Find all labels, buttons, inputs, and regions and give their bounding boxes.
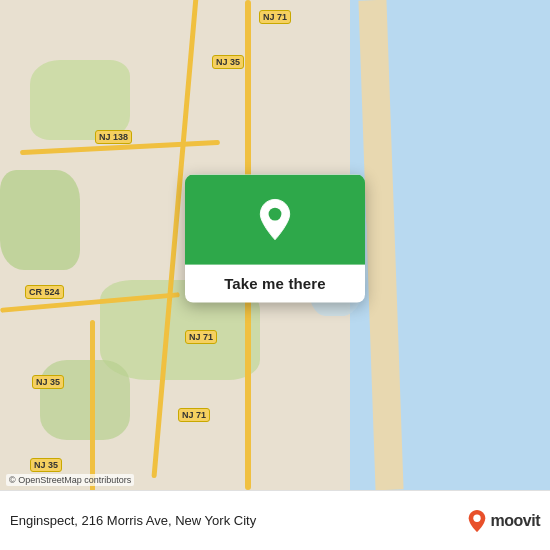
bottom-bar: Enginspect, 216 Morris Ave, New York Cit…	[0, 490, 550, 550]
road-label-nj35-bottom: NJ 35	[32, 375, 64, 389]
road-label-nj71-bottom: NJ 71	[178, 408, 210, 422]
navigation-card: Take me there	[185, 175, 365, 303]
card-button-area[interactable]: Take me there	[185, 265, 365, 303]
park-area-4	[40, 360, 130, 440]
location-text: Enginspect, 216 Morris Ave, New York Cit…	[10, 513, 467, 528]
svg-point-1	[473, 514, 480, 521]
road-nj35-bottom	[90, 320, 95, 490]
road-label-nj71-top: NJ 71	[259, 10, 291, 24]
map-container: © OpenStreetMap contributors Take me the…	[0, 0, 550, 490]
road-label-cr524: CR 524	[25, 285, 64, 299]
road-label-nj35-bl: NJ 35	[30, 458, 62, 472]
moovit-pin-icon	[467, 509, 487, 533]
svg-point-0	[269, 208, 282, 221]
card-green-header	[185, 175, 365, 265]
road-label-nj138: NJ 138	[95, 130, 132, 144]
moovit-logo: moovit	[467, 509, 540, 533]
road-label-nj35-top: NJ 35	[212, 55, 244, 69]
park-area-2	[0, 170, 80, 270]
park-area-1	[30, 60, 130, 140]
take-me-there-button[interactable]: Take me there	[224, 275, 326, 292]
map-attribution: © OpenStreetMap contributors	[6, 474, 134, 486]
moovit-brand-text: moovit	[491, 512, 540, 530]
location-pin-icon	[255, 198, 295, 242]
road-label-nj71-mid: NJ 71	[185, 330, 217, 344]
